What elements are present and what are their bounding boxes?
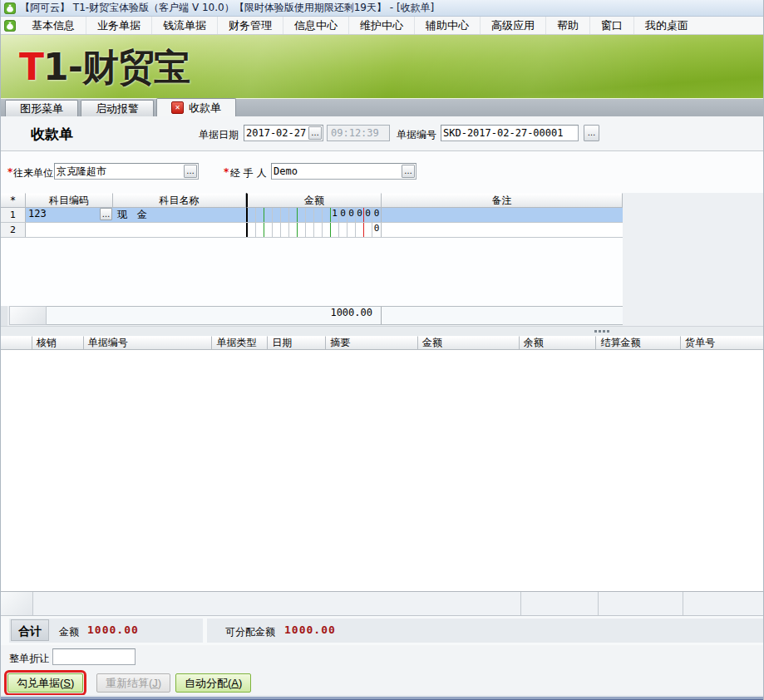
required-mark: * — [224, 166, 229, 178]
col-header-amount: 金额 — [418, 336, 520, 350]
summary-bar: 合计 金额 1000.00 可分配金额 1000.00 — [1, 616, 763, 645]
menu-item-info-center[interactable]: 信息中心 — [283, 17, 349, 34]
partner-lookup-ellipsis-icon[interactable]: … — [184, 165, 197, 178]
menu-item-basic-info[interactable]: 基本信息 — [21, 17, 86, 34]
total-amount-value: 1000.00 — [87, 624, 139, 636]
logo-text: 1-财贸宝 — [43, 46, 190, 88]
handler-label: 经 手 人 — [230, 166, 267, 180]
page-title: 收款单 — [31, 125, 73, 144]
handler-input[interactable] — [274, 165, 400, 178]
scroll-strip — [1, 306, 7, 326]
resettle-button[interactable]: 重新结算(J) — [96, 673, 170, 693]
app-icon — [4, 2, 16, 14]
doc-number-ellipsis-icon[interactable]: … — [584, 125, 599, 141]
amount-ledger-cell[interactable]: 0 — [246, 223, 382, 237]
total-label: 合计 — [11, 619, 49, 641]
row-number: 2 — [1, 223, 26, 237]
time-field: 09:12:39 — [327, 125, 390, 141]
menu-bar: 基本信息 业务单据 钱流单据 财务管理 信息中心 维护中心 辅助中心 高级应用 … — [1, 17, 763, 35]
subject-name-cell[interactable] — [113, 223, 246, 237]
date-label: 单据日期 — [199, 128, 239, 142]
table-row[interactable]: 2 0 — [1, 223, 623, 238]
note-cell[interactable] — [382, 208, 623, 222]
menu-item-finance-mgmt[interactable]: 财务管理 — [218, 17, 283, 34]
date-input[interactable] — [246, 126, 307, 140]
menu-item-auxiliary-center[interactable]: 辅助中心 — [415, 17, 481, 34]
settlement-grid-body[interactable] — [1, 350, 763, 591]
col-header-doc-number: 单据编号 — [84, 336, 213, 350]
date-input-box: … — [244, 125, 323, 141]
doc-number-label: 单据编号 — [397, 128, 436, 142]
table-row[interactable]: 1 123 … 现 金 100000 — [1, 208, 623, 223]
col-header-balance: 余额 — [520, 336, 597, 350]
entry-grid-total-row: 1000.00 — [1, 306, 763, 326]
window-bottom-border — [1, 695, 763, 700]
tab-label: 收款单 — [189, 99, 221, 116]
col-header-summary: 摘要 — [326, 336, 418, 350]
col-header-note: 备注 — [382, 193, 623, 208]
partner-input-box: … — [54, 163, 199, 180]
required-mark: * — [7, 166, 12, 178]
partner-input[interactable] — [57, 165, 182, 178]
button-label: 重新结算( — [106, 677, 152, 689]
action-button-row: 勾兑单据(S) 重新结算(J) 自动分配(A) — [1, 670, 763, 695]
col-header-rowmark: * — [1, 193, 26, 208]
button-shortcut: S — [63, 677, 71, 689]
amount-ledger-cell[interactable]: 100000 — [246, 208, 382, 222]
column-divider — [598, 592, 599, 615]
handler-input-box: … — [271, 163, 417, 180]
check-documents-button[interactable]: 勾兑单据(S) — [7, 673, 83, 693]
form-header: 收款单 单据日期 … 09:12:39 单据编号 … — [1, 116, 763, 151]
button-label: ) — [71, 677, 74, 689]
discount-row: 整单折让 — [1, 645, 763, 670]
handler-lookup-ellipsis-icon[interactable]: … — [402, 165, 415, 178]
title-bar: 【阿可云】 T1-财贸宝体验版（客户端 V 10.0）【限时体验版使用期限还剩1… — [1, 0, 763, 17]
tab-receipt-active[interactable]: ✕ 收款单 — [156, 98, 236, 116]
button-label: ) — [158, 677, 161, 689]
doc-number-input[interactable] — [443, 126, 575, 140]
menu-item-advanced-apps[interactable]: 高级应用 — [481, 17, 546, 34]
subject-name-cell[interactable]: 现 金 — [113, 208, 246, 222]
menu-item-my-desktop[interactable]: 我的桌面 — [634, 17, 699, 34]
subject-code-cell[interactable] — [26, 223, 113, 237]
allocatable-amount-label: 可分配金额 — [225, 625, 275, 639]
grid-empty-space — [1, 238, 623, 306]
settlement-grid-footer — [1, 591, 763, 616]
col-header-writeoff: 核销 — [32, 336, 84, 350]
entry-grid-header: * 科目编码 科目名称 金额 备注 — [1, 193, 623, 208]
column-divider — [520, 592, 521, 615]
tab-label: 图形菜单 — [20, 101, 63, 116]
product-logo: T1-财贸宝 — [19, 43, 190, 92]
tab-startup-alert[interactable]: 启动报警 — [81, 100, 154, 116]
doc-number-input-box — [441, 125, 579, 141]
col-header-blank — [1, 336, 32, 350]
subject-lookup-ellipsis-icon[interactable]: … — [100, 208, 112, 220]
menu-item-help[interactable]: 帮助 — [546, 17, 590, 34]
tab-label: 启动报警 — [96, 101, 139, 116]
brand-banner: T1-财贸宝 — [1, 35, 763, 98]
logo-letter-t: T — [19, 46, 43, 88]
col-header-cargo-number: 货单号 — [681, 336, 763, 350]
tab-close-icon[interactable]: ✕ — [171, 101, 184, 114]
tab-graphic-menu[interactable]: 图形菜单 — [5, 100, 78, 116]
application-window: 【阿可云】 T1-财贸宝体验版（客户端 V 10.0）【限时体验版使用期限还剩1… — [0, 0, 764, 700]
settlement-grid-header: 核销 单据编号 单据类型 日期 摘要 金额 余额 结算金额 货单号 — [1, 336, 763, 350]
discount-input[interactable] — [52, 648, 136, 665]
col-header-doc-type: 单据类型 — [212, 336, 268, 350]
note-cell[interactable] — [382, 223, 623, 237]
menu-item-cashflow-docs[interactable]: 钱流单据 — [152, 17, 218, 34]
date-picker-ellipsis-icon[interactable]: … — [308, 126, 322, 140]
allocatable-amount-value: 1000.00 — [284, 624, 336, 636]
col-header-settle-amount: 结算金额 — [596, 336, 681, 350]
menu-item-business-docs[interactable]: 业务单据 — [86, 17, 152, 34]
button-shortcut: A — [231, 677, 239, 689]
splitter-grip-icon — [594, 330, 609, 333]
col-header-subject-name: 科目名称 — [113, 193, 246, 208]
document-tab-bar: 图形菜单 启动报警 ✕ 收款单 — [1, 98, 763, 116]
amount-column-total: 1000.00 — [246, 307, 382, 324]
entry-grid-area: * 科目编码 科目名称 金额 备注 1 123 … 现 金 100000 2 0 — [1, 193, 763, 336]
menu-item-window[interactable]: 窗口 — [590, 17, 634, 34]
subject-code-cell[interactable]: 123 … — [26, 208, 113, 222]
menu-item-maintenance-center[interactable]: 维护中心 — [349, 17, 415, 34]
auto-allocate-button[interactable]: 自动分配(A) — [175, 673, 251, 693]
